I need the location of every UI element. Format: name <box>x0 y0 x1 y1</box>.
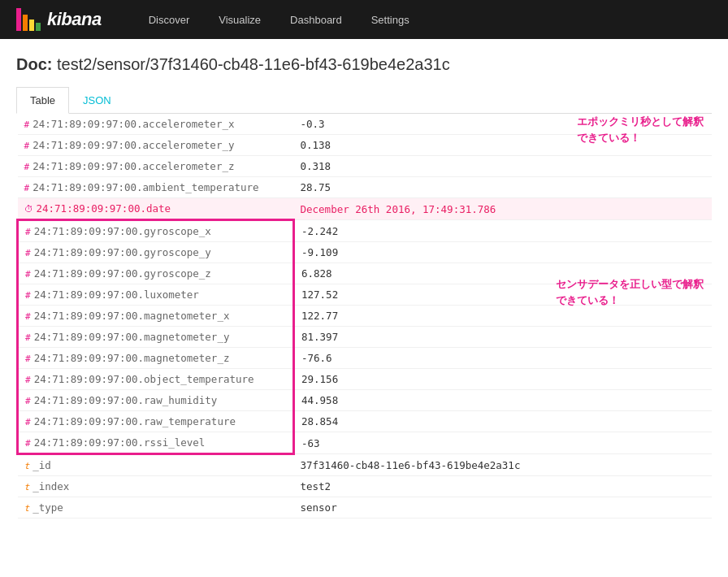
hash-icon: # <box>25 332 31 343</box>
hash-icon: # <box>24 119 30 130</box>
table-row: #24:71:89:09:97:00.accelerometer_z0.318 <box>18 156 713 177</box>
logo-bar-4 <box>36 23 41 31</box>
table-row: #24:71:89:09:97:00.accelerometer_y0.138 <box>18 135 713 156</box>
hash-icon: # <box>25 227 31 237</box>
field-label: 24:71:89:09:97:00.luxometer <box>34 288 199 301</box>
field-name-cell: ⏱24:71:89:09:97:00.date <box>18 198 294 220</box>
hash-icon: # <box>25 396 31 406</box>
hash-icon: # <box>25 311 31 322</box>
field-label: _id <box>32 459 51 471</box>
table-row: #24:71:89:09:97:00.ambient_temperature28… <box>18 177 713 198</box>
table-row: #24:71:89:09:97:00.magnetometer_z-76.6 <box>18 348 713 369</box>
field-name-cell: #24:71:89:09:97:00.raw_temperature <box>18 411 294 432</box>
field-value-cell: 6.828 <box>294 263 713 284</box>
field-value-cell: 81.397 <box>294 327 713 348</box>
tab-table[interactable]: Table <box>16 87 69 114</box>
field-value-cell: 127.52 <box>294 284 713 306</box>
field-value-cell: 28.75 <box>294 177 713 198</box>
hash-icon: # <box>25 417 31 427</box>
logo-bar-3 <box>29 20 34 31</box>
field-label: 24:71:89:09:97:00.gyroscope_x <box>34 225 211 237</box>
field-name-cell: t_index <box>18 476 294 497</box>
field-value-cell: 122.77 <box>294 306 713 327</box>
logo-bar-2 <box>23 15 28 31</box>
logo-text: kibana <box>47 9 102 30</box>
table-row: #24:71:89:09:97:00.gyroscope_y-9.109 <box>18 242 713 263</box>
field-name-cell: #24:71:89:09:97:00.rssi_level <box>18 432 294 454</box>
field-name-cell: #24:71:89:09:97:00.gyroscope_x <box>18 220 294 242</box>
doc-label: Doc: <box>16 55 52 73</box>
nav-dashboard[interactable]: Dashboard <box>275 2 357 37</box>
data-container: #24:71:89:09:97:00.accelerometer_x-0.3#2… <box>16 114 712 518</box>
field-name-cell: #24:71:89:09:97:00.gyroscope_z <box>18 263 294 284</box>
field-value-cell: -76.6 <box>294 348 713 369</box>
field-value-cell: test2 <box>294 476 713 497</box>
nav-visualize[interactable]: Visualize <box>204 2 275 37</box>
data-table: #24:71:89:09:97:00.accelerometer_x-0.3#2… <box>16 114 712 518</box>
field-name-cell: #24:71:89:09:97:00.gyroscope_y <box>18 242 294 263</box>
table-row: #24:71:89:09:97:00.raw_humidity44.958 <box>18 390 713 411</box>
table-row: #24:71:89:09:97:00.gyroscope_x-2.242 <box>18 220 713 242</box>
nav-settings[interactable]: Settings <box>357 2 424 37</box>
hash-icon: # <box>25 438 31 449</box>
table-row: ⏱24:71:89:09:97:00.dateDecember 26th 201… <box>18 198 713 220</box>
field-value-cell: 0.138 <box>294 135 713 156</box>
hash-icon: # <box>25 290 31 301</box>
field-name-cell: #24:71:89:09:97:00.accelerometer_z <box>18 156 294 177</box>
table-row: #24:71:89:09:97:00.rssi_level-63 <box>18 432 713 454</box>
field-label: 24:71:89:09:97:00.magnetometer_y <box>34 331 230 343</box>
table-row: #24:71:89:09:97:00.object_temperature29.… <box>18 369 713 390</box>
tabs: Table JSON <box>16 87 712 114</box>
table-row: #24:71:89:09:97:00.accelerometer_x-0.3 <box>18 114 713 135</box>
field-value-cell: -9.109 <box>294 242 713 263</box>
field-name-cell: #24:71:89:09:97:00.accelerometer_x <box>18 114 294 135</box>
table-row: #24:71:89:09:97:00.gyroscope_z6.828 <box>18 263 713 284</box>
header: kibana Discover Visualize Dashboard Sett… <box>0 0 728 39</box>
field-label: 24:71:89:09:97:00.raw_temperature <box>34 415 236 427</box>
field-value-cell: -2.242 <box>294 220 713 242</box>
field-value-cell: 37f31460-cb48-11e6-bf43-619be4e2a31c <box>294 454 713 476</box>
doc-id: test2/sensor/37f31460-cb48-11e6-bf43-619… <box>57 55 450 73</box>
hash-icon: # <box>24 183 30 193</box>
field-value-cell: 29.156 <box>294 369 713 390</box>
field-name-cell: #24:71:89:09:97:00.raw_humidity <box>18 390 294 411</box>
field-name-cell: #24:71:89:09:97:00.magnetometer_x <box>18 306 294 327</box>
table-row: #24:71:89:09:97:00.raw_temperature28.854 <box>18 411 713 432</box>
table-row: t_typesensor <box>18 497 713 518</box>
field-value-cell: sensor <box>294 497 713 518</box>
field-value-cell: December 26th 2016, 17:49:31.786 <box>294 198 713 220</box>
field-label: 24:71:89:09:97:00.accelerometer_x <box>32 118 234 130</box>
hash-icon: # <box>25 248 31 258</box>
table-row: #24:71:89:09:97:00.magnetometer_y81.397 <box>18 327 713 348</box>
logo: kibana <box>16 8 102 31</box>
field-label: 24:71:89:09:97:00.rssi_level <box>34 436 206 449</box>
nav-discover[interactable]: Discover <box>134 2 205 37</box>
field-label: 24:71:89:09:97:00.magnetometer_z <box>34 352 230 364</box>
nav: Discover Visualize Dashboard Settings <box>134 2 424 37</box>
hash-icon: # <box>25 375 31 385</box>
table-row: t_id37f31460-cb48-11e6-bf43-619be4e2a31c <box>18 454 713 476</box>
field-name-cell: #24:71:89:09:97:00.magnetometer_y <box>18 327 294 348</box>
text-icon: t <box>24 503 30 514</box>
field-value-cell: 0.318 <box>294 156 713 177</box>
table-row: t_indextest2 <box>18 476 713 497</box>
hash-icon: # <box>25 354 31 364</box>
field-name-cell: t_type <box>18 497 294 518</box>
field-label: 24:71:89:09:97:00.raw_humidity <box>34 394 218 406</box>
page-content: Doc: test2/sensor/37f31460-cb48-11e6-bf4… <box>0 39 728 535</box>
logo-bars <box>16 8 41 31</box>
field-name-cell: #24:71:89:09:97:00.luxometer <box>18 284 294 306</box>
field-value-cell: -63 <box>294 432 713 454</box>
field-label: 24:71:89:09:97:00.ambient_temperature <box>32 181 258 193</box>
text-icon: t <box>24 482 30 492</box>
table-row: #24:71:89:09:97:00.luxometer127.52 <box>18 284 713 306</box>
field-name-cell: t_id <box>18 454 294 476</box>
field-value-cell: -0.3 <box>294 114 713 135</box>
tab-json[interactable]: JSON <box>69 87 125 114</box>
field-name-cell: #24:71:89:09:97:00.magnetometer_z <box>18 348 294 369</box>
hash-icon: # <box>24 162 30 172</box>
table-row: #24:71:89:09:97:00.magnetometer_x122.77 <box>18 306 713 327</box>
field-label: 24:71:89:09:97:00.magnetometer_x <box>34 310 230 322</box>
logo-bar-1 <box>16 8 21 31</box>
field-label: _type <box>32 501 63 514</box>
